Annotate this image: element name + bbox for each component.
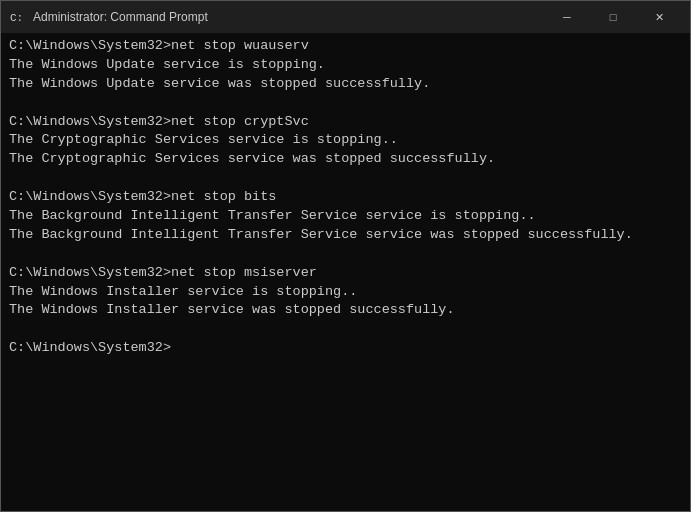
terminal-line: C:\Windows\System32> [9, 339, 682, 358]
terminal-line: The Windows Installer service was stoppe… [9, 301, 682, 320]
terminal-body[interactable]: C:\Windows\System32>net stop wuauservThe… [1, 33, 690, 511]
terminal-empty-line [9, 169, 682, 188]
maximize-button[interactable]: □ [590, 1, 636, 33]
terminal-empty-line [9, 320, 682, 339]
terminal-empty-line [9, 245, 682, 264]
minimize-button[interactable]: ─ [544, 1, 590, 33]
close-button[interactable]: ✕ [636, 1, 682, 33]
terminal-line: C:\Windows\System32>net stop msiserver [9, 264, 682, 283]
titlebar: C: Administrator: Command Prompt ─ □ ✕ [1, 1, 690, 33]
terminal-line: The Background Intelligent Transfer Serv… [9, 207, 682, 226]
terminal-line: The Windows Update service was stopped s… [9, 75, 682, 94]
titlebar-buttons: ─ □ ✕ [544, 1, 682, 33]
terminal-line: C:\Windows\System32>net stop wuauserv [9, 37, 682, 56]
svg-text:C:: C: [10, 12, 23, 24]
terminal-line: C:\Windows\System32>net stop cryptSvc [9, 113, 682, 132]
terminal-line: C:\Windows\System32>net stop bits [9, 188, 682, 207]
terminal-line: The Cryptographic Services service is st… [9, 131, 682, 150]
terminal-line: The Windows Installer service is stoppin… [9, 283, 682, 302]
window-title: Administrator: Command Prompt [33, 10, 544, 24]
terminal-empty-line [9, 94, 682, 113]
terminal-line: The Windows Update service is stopping. [9, 56, 682, 75]
terminal-line: The Background Intelligent Transfer Serv… [9, 226, 682, 245]
cmd-icon: C: [9, 9, 25, 25]
terminal-line: The Cryptographic Services service was s… [9, 150, 682, 169]
command-prompt-window: C: Administrator: Command Prompt ─ □ ✕ C… [0, 0, 691, 512]
